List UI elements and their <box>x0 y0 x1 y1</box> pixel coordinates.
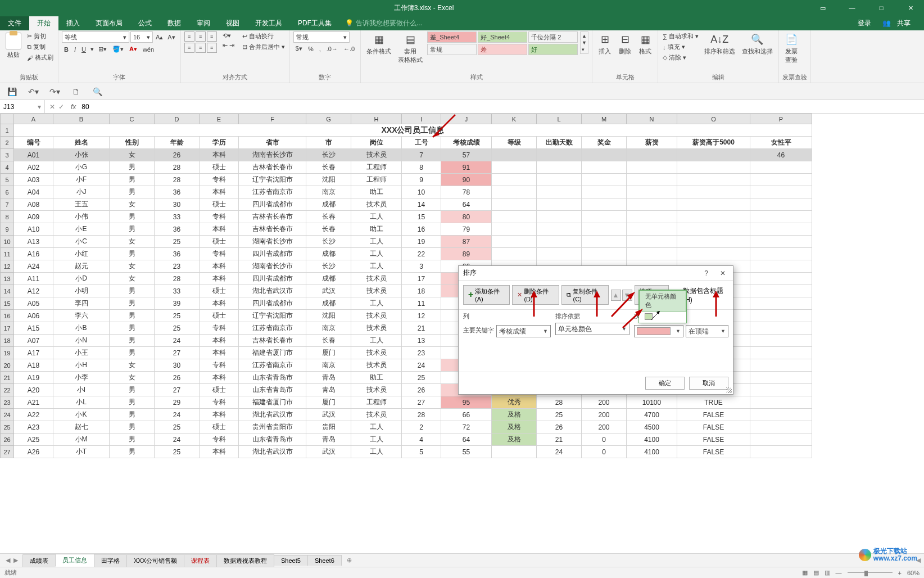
table-cell[interactable]: 技术员 <box>351 149 402 161</box>
table-header[interactable]: 岗位 <box>351 137 402 149</box>
table-cell[interactable]: FALSE <box>677 446 750 458</box>
zoom-level[interactable]: 60% <box>907 570 920 576</box>
table-cell[interactable]: 硕士 <box>200 310 239 322</box>
table-cell[interactable] <box>677 174 750 186</box>
table-header[interactable]: 年龄 <box>155 137 200 149</box>
table-cell[interactable]: 王五 <box>53 198 110 211</box>
table-cell[interactable]: 长春 <box>306 211 351 223</box>
table-cell[interactable]: 女 <box>110 198 155 211</box>
table-cell[interactable]: 青岛 <box>306 372 351 384</box>
table-cell[interactable]: 工人 <box>351 335 402 347</box>
table-cell[interactable]: 长沙 <box>306 149 351 161</box>
row-header[interactable]: 6 <box>1 186 14 198</box>
table-cell[interactable] <box>677 161 750 174</box>
table-cell[interactable]: 工人 <box>351 434 402 446</box>
tab-insert[interactable]: 插入 <box>58 16 88 30</box>
table-cell[interactable]: 四川省成都市 <box>239 273 306 285</box>
table-cell[interactable]: 25 <box>402 372 441 384</box>
table-cell[interactable] <box>750 396 812 409</box>
row-header[interactable]: 5 <box>1 174 14 186</box>
table-cell[interactable]: 女 <box>110 359 155 372</box>
row-header[interactable]: 20 <box>1 359 14 372</box>
table-cell[interactable]: 四川省成都市 <box>239 248 306 260</box>
view-pagelayout-icon[interactable]: ▤ <box>813 569 819 576</box>
row-header[interactable]: 17 <box>1 322 14 335</box>
table-cell[interactable]: 30 <box>155 359 200 372</box>
table-cell[interactable]: 青岛 <box>306 384 351 396</box>
table-cell[interactable]: A23 <box>14 421 53 434</box>
delete-level-button[interactable]: ✕删除条件(D) <box>512 285 559 305</box>
column-header[interactable]: H <box>351 114 402 124</box>
table-cell[interactable]: 本科 <box>200 260 239 273</box>
table-cell[interactable]: 厦门 <box>306 396 351 409</box>
table-cell[interactable]: 25 <box>155 322 200 335</box>
table-cell[interactable]: A10 <box>14 223 53 236</box>
column-header[interactable]: O <box>677 114 750 124</box>
table-cell[interactable] <box>537 236 582 248</box>
column-header[interactable]: B <box>53 114 110 124</box>
table-cell[interactable]: 专科 <box>200 211 239 223</box>
table-cell[interactable]: 江苏省南京市 <box>239 359 306 372</box>
bold-button[interactable]: B <box>62 45 71 54</box>
table-cell[interactable]: 本科 <box>200 446 239 458</box>
column-header[interactable]: E <box>200 114 239 124</box>
table-cell[interactable]: 吉林省长春市 <box>239 161 306 174</box>
table-cell[interactable]: 0 <box>582 434 627 446</box>
tab-review[interactable]: 审阅 <box>189 16 218 30</box>
cut-button[interactable]: ✂剪切 <box>26 31 55 41</box>
table-cell[interactable]: 46 <box>750 149 812 161</box>
table-cell[interactable]: 及格 <box>492 434 537 446</box>
row-header[interactable]: 16 <box>1 310 14 322</box>
table-cell[interactable]: A09 <box>14 211 53 223</box>
table-cell[interactable]: A25 <box>14 434 53 446</box>
table-cell[interactable] <box>537 186 582 198</box>
table-cell[interactable]: 小I <box>53 384 110 396</box>
italic-button[interactable]: I <box>72 45 78 54</box>
table-cell[interactable] <box>750 260 812 273</box>
table-cell[interactable]: 55 <box>441 446 492 458</box>
save-icon[interactable]: 💾 <box>6 85 18 98</box>
cell-styles-gallery[interactable]: 差_Sheet4 好_Sheet4 千位分隔 2 常规 差 好 <box>427 31 578 55</box>
table-cell[interactable]: 硕士 <box>200 161 239 174</box>
table-cell[interactable]: 15 <box>402 211 441 223</box>
sheet-title[interactable]: XXX公司员工信息 <box>14 124 812 137</box>
table-cell[interactable]: 南京 <box>306 186 351 198</box>
table-cell[interactable]: 吉林省长春市 <box>239 223 306 236</box>
table-cell[interactable]: 本科 <box>200 223 239 236</box>
table-cell[interactable]: 36 <box>155 186 200 198</box>
table-cell[interactable]: 成都 <box>306 248 351 260</box>
table-cell[interactable]: 24 <box>537 446 582 458</box>
table-cell[interactable]: 男 <box>110 384 155 396</box>
table-cell[interactable] <box>750 248 812 260</box>
table-cell[interactable]: 南京 <box>306 359 351 372</box>
table-header[interactable]: 学历 <box>200 137 239 149</box>
table-cell[interactable]: FALSE <box>677 421 750 434</box>
table-cell[interactable]: 四川省成都市 <box>239 297 306 310</box>
table-cell[interactable]: FALSE <box>677 409 750 421</box>
table-cell[interactable]: 91 <box>441 161 492 174</box>
zoom-out-icon[interactable]: — <box>836 570 842 576</box>
table-cell[interactable]: 长沙 <box>306 236 351 248</box>
table-header[interactable]: 女性平 <box>750 137 812 149</box>
table-cell[interactable] <box>582 149 627 161</box>
row-header[interactable]: 12 <box>1 260 14 273</box>
table-cell[interactable]: 硕士 <box>200 285 239 297</box>
table-cell[interactable]: 小L <box>53 396 110 409</box>
table-cell[interactable]: 本科 <box>200 409 239 421</box>
green-color-option[interactable] <box>639 311 686 323</box>
copy-level-button[interactable]: ⧉复制条件(C) <box>561 285 608 305</box>
row-header[interactable]: 2 <box>1 137 14 149</box>
table-cell[interactable]: 江苏省南京市 <box>239 322 306 335</box>
table-cell[interactable] <box>627 174 677 186</box>
table-cell[interactable]: 吉林省长春市 <box>239 211 306 223</box>
dialog-close-icon[interactable]: ✕ <box>717 269 728 277</box>
table-cell[interactable]: 24 <box>155 335 200 347</box>
move-down-icon[interactable]: ▼ <box>622 290 632 301</box>
tab-nav-first-icon[interactable]: ◀ <box>6 557 10 564</box>
table-cell[interactable]: 小G <box>53 161 110 174</box>
table-cell[interactable]: 长春 <box>306 161 351 174</box>
column-header[interactable]: C <box>110 114 155 124</box>
table-cell[interactable]: 27 <box>155 384 200 396</box>
table-cell[interactable]: 95 <box>441 396 492 409</box>
table-cell[interactable]: A16 <box>14 248 53 260</box>
